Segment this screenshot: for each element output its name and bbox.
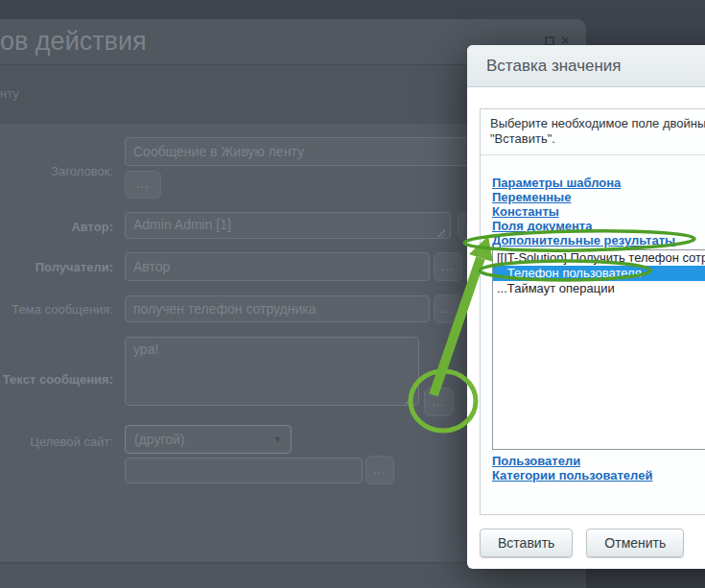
list-item[interactable]: [[IT-Solution] Получить телефон сотр: [493, 250, 705, 266]
link-variables[interactable]: Переменные: [492, 190, 705, 204]
resize-grip[interactable]: [405, 395, 413, 404]
resize-grip[interactable]: [436, 228, 445, 237]
recipients-input[interactable]: [125, 252, 430, 281]
chevron-down-icon: ▼: [273, 435, 282, 444]
insert-button[interactable]: Вставить: [480, 529, 573, 557]
results-listbox[interactable]: [[IT-Solution] Получить телефон сотр ...…: [492, 249, 705, 450]
target-site-select[interactable]: (другой) ▼: [125, 425, 292, 454]
dialog-titlebar: Вставка значения: [467, 45, 705, 87]
subject-input[interactable]: [125, 295, 430, 322]
message-textarea[interactable]: ура!: [125, 337, 419, 406]
target-site-selected-value: (другой): [134, 432, 185, 447]
link-template-parameters[interactable]: Параметры шаблона: [492, 176, 705, 190]
target-site-more-button[interactable]: ...: [365, 456, 394, 484]
label-title-field: Заголовок:: [0, 164, 113, 178]
dialog-buttons: Вставить Отменить: [480, 529, 684, 557]
recipients-more-button[interactable]: ...: [434, 252, 462, 281]
dialog-title: Вставка значения: [486, 57, 622, 76]
list-item-selected[interactable]: ...Телефон пользователя: [493, 266, 705, 281]
list-item[interactable]: ...Таймаут операции: [493, 281, 705, 296]
dialog-instruction: Выберите необходимое поле двойным к "Вст…: [481, 109, 705, 155]
title-more-button[interactable]: ...: [125, 171, 161, 199]
label-target-site-field: Целевой сайт:: [0, 435, 113, 449]
title-input[interactable]: [125, 137, 484, 166]
link-constants[interactable]: Константы: [492, 204, 705, 219]
screenshot: ов действия × нту Заголовок: ... Автор: …: [0, 0, 705, 588]
instruction-line-2: "Вставить".: [490, 131, 705, 147]
link-users[interactable]: Пользователи: [492, 454, 705, 468]
window-title: ов действия: [0, 27, 147, 57]
author-textarea[interactable]: Admin Admin [1]: [125, 212, 451, 239]
window-subtitle: нту: [0, 86, 19, 101]
label-subject-field: Тема сообщения:: [0, 302, 113, 317]
link-user-categories[interactable]: Категории пользователей: [492, 468, 705, 482]
label-recipients-field: Получатели:: [0, 260, 113, 274]
target-site-input[interactable]: [125, 458, 363, 483]
dialog-categories: Параметры шаблона Переменные Константы П…: [481, 155, 705, 482]
dialog-content-box: Выберите необходимое поле двойным к "Вст…: [480, 108, 705, 515]
link-document-fields[interactable]: Поля документа: [492, 219, 705, 233]
label-message-text-field: Текст сообщения:: [0, 372, 113, 387]
label-author-field: Автор:: [0, 220, 113, 234]
message-more-button[interactable]: ...: [424, 388, 454, 416]
cancel-button[interactable]: Отменить: [586, 529, 684, 557]
instruction-line-1: Выберите необходимое поле двойным к: [490, 116, 705, 131]
insert-value-dialog: Вставка значения Выберите необходимое по…: [467, 45, 705, 569]
dialog-bottom-links: Пользователи Категории пользователей: [492, 454, 705, 482]
subject-more-button[interactable]: ...: [434, 294, 462, 323]
link-additional-results[interactable]: Дополнительные результаты: [492, 233, 705, 247]
